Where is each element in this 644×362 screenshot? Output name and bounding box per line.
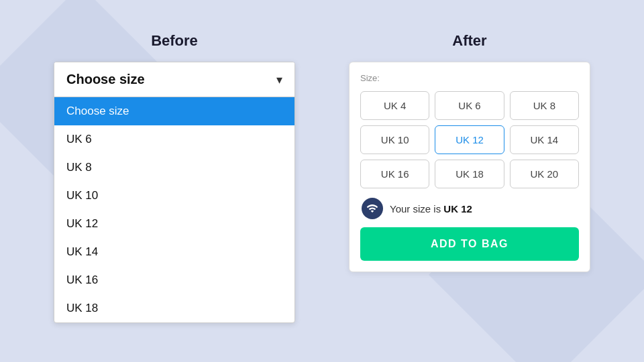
- size-button-uk20[interactable]: UK 20: [510, 160, 579, 188]
- dropdown-selected-text: Choose size: [66, 72, 145, 87]
- size-card: Size: UK 4 UK 6 UK 8 UK 10 UK 12 UK 14 U…: [349, 62, 590, 272]
- size-button-uk12[interactable]: UK 12: [435, 125, 504, 154]
- your-size-row: Your size is UK 12: [360, 198, 579, 219]
- list-item[interactable]: UK 8: [54, 154, 294, 182]
- wifi-icon: [366, 202, 378, 215]
- before-panel: Before Choose size ▾ Choose size UK 6 UK…: [54, 32, 295, 323]
- dropdown-container: Choose size ▾ Choose size UK 6 UK 8 UK 1…: [54, 62, 295, 323]
- list-item[interactable]: UK 6: [54, 125, 294, 154]
- list-item[interactable]: UK 12: [54, 210, 294, 238]
- after-label: After: [349, 32, 590, 50]
- main-container: Before Choose size ▾ Choose size UK 6 UK…: [54, 32, 590, 323]
- add-to-bag-button[interactable]: ADD TO BAG: [360, 227, 579, 261]
- size-button-uk6[interactable]: UK 6: [435, 91, 504, 120]
- your-size-text: Your size is UK 12: [390, 203, 472, 215]
- size-recommendation-icon: [362, 198, 383, 219]
- your-size-value: UK 12: [443, 203, 472, 215]
- size-button-uk14[interactable]: UK 14: [510, 125, 579, 154]
- chevron-down-icon: ▾: [276, 72, 282, 87]
- size-grid: UK 4 UK 6 UK 8 UK 10 UK 12 UK 14 UK 16 U…: [360, 91, 579, 188]
- dropdown-header[interactable]: Choose size ▾: [54, 62, 294, 97]
- list-item[interactable]: Choose size: [54, 97, 294, 125]
- size-button-uk8[interactable]: UK 8: [510, 91, 579, 120]
- list-item[interactable]: UK 10: [54, 182, 294, 210]
- size-button-uk16[interactable]: UK 16: [360, 160, 429, 188]
- size-button-uk10[interactable]: UK 10: [360, 125, 429, 154]
- list-item[interactable]: UK 18: [54, 294, 294, 322]
- size-button-uk4[interactable]: UK 4: [360, 91, 429, 120]
- before-label: Before: [54, 32, 295, 50]
- dropdown-list: Choose size UK 6 UK 8 UK 10 UK 12 UK 14 …: [54, 97, 294, 322]
- after-panel: After Size: UK 4 UK 6 UK 8 UK 10 UK 12 U…: [349, 32, 590, 272]
- list-item[interactable]: UK 16: [54, 266, 294, 294]
- size-button-uk18[interactable]: UK 18: [435, 160, 504, 188]
- list-item[interactable]: UK 14: [54, 238, 294, 266]
- size-label: Size:: [360, 73, 579, 83]
